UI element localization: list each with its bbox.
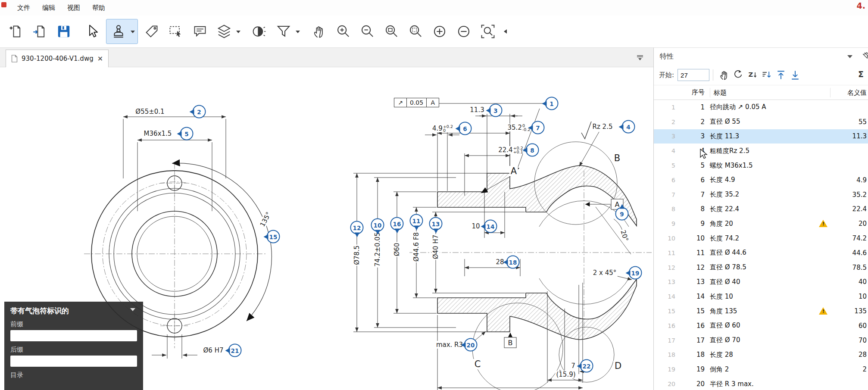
- property-row[interactable]: 66长度 4.94.9: [654, 173, 868, 187]
- filter-dropdown-icon[interactable]: [296, 31, 300, 35]
- balloon-stamp-button[interactable]: [107, 19, 130, 44]
- property-row[interactable]: 88长度 22.422.4: [654, 202, 868, 217]
- prefix-input[interactable]: [10, 330, 137, 341]
- column-title[interactable]: 标题: [710, 88, 817, 97]
- properties-dropdown-icon[interactable]: [847, 55, 852, 61]
- tab-list-button[interactable]: [634, 53, 646, 62]
- balloon-5[interactable]: 5: [180, 127, 194, 140]
- balloon-1[interactable]: 1: [545, 97, 559, 110]
- property-row[interactable]: 11径向跳动 ↗ 0.05 A: [654, 100, 868, 115]
- shading-button[interactable]: [248, 19, 271, 44]
- balloon-3[interactable]: 3: [489, 104, 503, 117]
- column-index[interactable]: 序号: [680, 88, 710, 97]
- property-row[interactable]: 22直径 Ø 5555: [654, 115, 868, 129]
- layers-button[interactable]: [213, 19, 235, 44]
- row-nominal-value: 2: [830, 365, 868, 373]
- balloon-2[interactable]: 2: [193, 105, 206, 119]
- zoom-extents-button[interactable]: [380, 19, 403, 44]
- suffix-input[interactable]: [10, 356, 137, 367]
- zoom-in-button[interactable]: [332, 19, 354, 44]
- row-index: 8: [680, 205, 710, 213]
- property-row[interactable]: 1010长度 74.274.2: [654, 231, 868, 246]
- increase-button[interactable]: [428, 19, 451, 44]
- balloon-13[interactable]: 13: [429, 217, 443, 231]
- balloon-8[interactable]: 8: [526, 144, 539, 157]
- decrease-button[interactable]: [453, 19, 475, 44]
- property-row[interactable]: 44粗糙度Rz 2.5: [654, 144, 868, 158]
- menu-item[interactable]: 帮助: [86, 4, 111, 12]
- move-to-top-button[interactable]: [774, 68, 788, 82]
- new-document-button[interactable]: [4, 19, 27, 44]
- balloon-7[interactable]: 7: [531, 121, 545, 134]
- balloon-10[interactable]: 10: [371, 218, 384, 232]
- sum-button[interactable]: Σ: [858, 69, 864, 79]
- property-row[interactable]: 1818长度 2828: [654, 348, 868, 362]
- zoom-window-button[interactable]: [404, 19, 427, 44]
- move-to-bottom-button[interactable]: [788, 68, 802, 82]
- svg-text:Z: Z: [748, 71, 753, 78]
- zoom-out-button[interactable]: [356, 19, 378, 44]
- balloon-leader-arrow-icon: [623, 270, 631, 275]
- filter-button[interactable]: [272, 19, 295, 44]
- column-nominal[interactable]: 名义值: [830, 88, 868, 97]
- property-row[interactable]: 2020半径 R 3 max.: [654, 377, 868, 390]
- zoom-selection-button[interactable]: [477, 19, 499, 44]
- menu-item[interactable]: 编辑: [36, 4, 61, 12]
- property-row[interactable]: 1616直径 Ø 6060: [654, 318, 868, 333]
- layers-dropdown-icon[interactable]: [236, 31, 240, 35]
- marquee-select-button[interactable]: [165, 19, 187, 44]
- menu-item[interactable]: 视图: [61, 4, 86, 12]
- panel-collapse-icon[interactable]: [130, 308, 135, 314]
- tag-button[interactable]: [141, 19, 163, 44]
- balloon-18[interactable]: 18: [506, 256, 520, 269]
- renumber-button[interactable]: [731, 68, 745, 82]
- warning-placeholder: [817, 129, 830, 144]
- zoom-extents-icon: [384, 24, 399, 39]
- balloon-22[interactable]: 22: [580, 359, 593, 373]
- property-row[interactable]: 1919倒角 22: [654, 362, 868, 377]
- main-toolbar: [0, 16, 868, 47]
- row-nominal-value: 74.2: [830, 234, 868, 242]
- start-index-input[interactable]: [678, 69, 709, 81]
- property-row[interactable]: 33长度 11.311.3: [654, 129, 868, 144]
- property-row[interactable]: 1313直径 Ø 4040: [654, 275, 868, 290]
- document-tab[interactable]: 930-1200-406-V1.dwg ×: [6, 50, 109, 67]
- property-row[interactable]: 1717直径 Ø 7070: [654, 333, 868, 348]
- balloon-9[interactable]: 9: [615, 207, 629, 221]
- row-title: 直径 Ø 70: [710, 336, 817, 344]
- balloon-20[interactable]: 20: [464, 338, 478, 352]
- balloon-15[interactable]: 15: [267, 230, 280, 243]
- balloon-21[interactable]: 21: [228, 344, 242, 357]
- pin-icon[interactable]: [861, 51, 868, 62]
- balloon-stamp-dropdown-icon[interactable]: [131, 31, 135, 35]
- balloon-16[interactable]: 16: [390, 217, 404, 231]
- sort-button[interactable]: [759, 68, 774, 82]
- balloon-number: 5: [184, 130, 188, 137]
- open-document-button[interactable]: [28, 19, 51, 44]
- tab-close-icon[interactable]: ×: [97, 55, 103, 62]
- property-row[interactable]: 55螺纹 M36x1.5: [654, 158, 868, 173]
- balloon-12[interactable]: 12: [350, 221, 364, 234]
- pan-button[interactable]: [308, 19, 330, 44]
- property-row[interactable]: 1515角度 135!135: [654, 304, 868, 318]
- property-row[interactable]: 1212直径 Ø 78.578.5: [654, 260, 868, 275]
- z-order-button[interactable]: Z: [745, 68, 759, 82]
- table-header: 序号 标题 名义值: [654, 85, 868, 100]
- menu-item[interactable]: 文件: [11, 4, 36, 12]
- balloon-number: 8: [530, 147, 534, 153]
- property-row[interactable]: 1414长度 1010: [654, 289, 868, 304]
- property-row[interactable]: 77长度 35.235.2: [654, 187, 868, 202]
- property-row[interactable]: 99角度 20!20: [654, 216, 868, 231]
- active-tool-highlight: [106, 19, 138, 44]
- property-row[interactable]: 1111直径 Ø 44.644.6: [654, 246, 868, 260]
- save-button[interactable]: [53, 19, 75, 44]
- comment-button[interactable]: [189, 19, 211, 44]
- balloon-4[interactable]: 4: [622, 120, 635, 134]
- collapse-arrow-icon[interactable]: [502, 29, 507, 34]
- balloon-6[interactable]: 6: [459, 122, 472, 135]
- balloon-11[interactable]: 11: [410, 214, 423, 228]
- grab-button[interactable]: [717, 68, 731, 82]
- balloon-14[interactable]: 14: [484, 220, 497, 233]
- select-cursor-button[interactable]: [81, 19, 103, 44]
- balloon-19[interactable]: 19: [629, 266, 642, 280]
